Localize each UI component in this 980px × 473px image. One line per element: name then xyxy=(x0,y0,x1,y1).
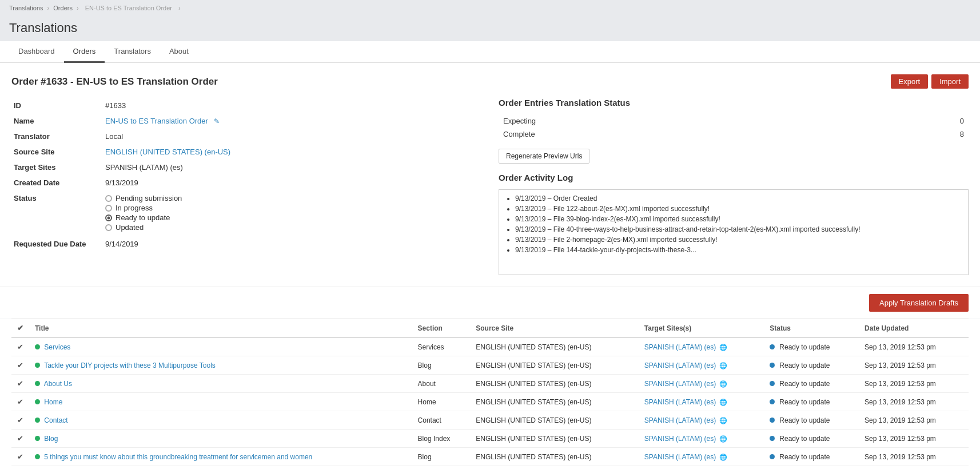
green-dot-0 xyxy=(35,344,40,349)
due-date-value: 9/14/2019 xyxy=(103,236,481,252)
target-sites-value: SPANISH (LATAM) (es) xyxy=(103,160,481,175)
col-section: Section xyxy=(412,319,471,337)
status-text-5: Ready to update xyxy=(779,435,830,443)
green-dot-4 xyxy=(35,418,40,423)
status-radio-pending[interactable] xyxy=(105,195,112,202)
activity-log-box[interactable]: 9/13/2019 – Order Created9/13/2019 – Fil… xyxy=(499,189,969,275)
row-target-1: SPANISH (LATAM) (es) 🌐 xyxy=(639,356,764,375)
right-panel: Order Entries Translation Status Expecti… xyxy=(499,98,969,275)
check-icon-1: ✔ xyxy=(17,361,23,369)
target-link-0[interactable]: SPANISH (LATAM) (es) xyxy=(644,343,716,351)
status-label-ready: Ready to update xyxy=(115,213,170,222)
header-checkbox[interactable]: ✔ xyxy=(17,324,23,332)
title-link-2[interactable]: About Us xyxy=(44,380,72,388)
complete-label: Complete xyxy=(499,128,855,141)
entries-table-section: ✔ Title Section Source Site Target Sites… xyxy=(0,319,980,473)
row-section-4: Contact xyxy=(412,411,471,430)
row-status-2: Ready to update xyxy=(764,375,859,393)
target-link-1[interactable]: SPANISH (LATAM) (es) xyxy=(644,361,716,369)
row-section-1: Blog xyxy=(412,356,471,375)
row-date-6: Sep 13, 2019 12:53 pm xyxy=(859,448,969,466)
row-target-3: SPANISH (LATAM) (es) 🌐 xyxy=(639,393,764,411)
target-link-3[interactable]: SPANISH (LATAM) (es) xyxy=(644,398,716,406)
green-dot-6 xyxy=(35,454,40,459)
blue-dot-2 xyxy=(770,381,775,386)
name-value[interactable]: EN-US to ES Translation Order xyxy=(105,117,208,125)
edit-icon[interactable]: ✎ xyxy=(214,117,220,125)
row-section-2: About xyxy=(412,375,471,393)
import-button[interactable]: Import xyxy=(931,74,969,89)
status-text-3: Ready to update xyxy=(779,398,830,406)
status-label-in-progress: In progress xyxy=(115,204,153,212)
row-date-0: Sep 13, 2019 12:53 pm xyxy=(859,337,969,356)
row-source-0: ENGLISH (UNITED STATES) (en-US) xyxy=(470,337,639,356)
globe-icon-0: 🌐 xyxy=(719,344,727,351)
tab-orders[interactable]: Orders xyxy=(64,41,105,63)
activity-log-entry: 9/13/2019 – Order Created xyxy=(515,194,961,202)
expecting-label: Expecting xyxy=(499,114,855,128)
export-button[interactable]: Export xyxy=(891,74,929,89)
green-dot-2 xyxy=(35,381,40,386)
status-text-6: Ready to update xyxy=(779,453,830,461)
apply-translation-drafts-button[interactable]: Apply Translation Drafts xyxy=(869,294,969,312)
row-status-0: Ready to update xyxy=(764,337,859,356)
activity-log-entry: 9/13/2019 – File 2-homepage-2(es-MX).xml… xyxy=(515,236,961,244)
tab-translators[interactable]: Translators xyxy=(105,41,160,63)
status-radio-updated[interactable] xyxy=(105,224,112,231)
blue-dot-3 xyxy=(770,399,775,404)
id-value: #1633 xyxy=(103,98,481,113)
row-section-5: Blog Index xyxy=(412,430,471,448)
row-section-6: Blog xyxy=(412,448,471,466)
tab-about[interactable]: About xyxy=(160,41,198,63)
row-source-4: ENGLISH (UNITED STATES) (en-US) xyxy=(470,411,639,430)
order-header: Order #1633 - EN-US to ES Translation Or… xyxy=(11,74,969,89)
tab-dashboard[interactable]: Dashboard xyxy=(9,41,64,63)
globe-icon-4: 🌐 xyxy=(719,417,727,424)
title-link-1[interactable]: Tackle your DIY projects with these 3 Mu… xyxy=(44,361,216,369)
target-link-4[interactable]: SPANISH (LATAM) (es) xyxy=(644,416,716,424)
regenerate-preview-btn[interactable]: Regenerate Preview Urls xyxy=(499,149,589,164)
col-status: Status xyxy=(764,319,859,337)
row-target-0: SPANISH (LATAM) (es) 🌐 xyxy=(639,337,764,356)
globe-icon-5: 🌐 xyxy=(719,435,727,442)
green-dot-3 xyxy=(35,399,40,404)
breadcrumb-orders[interactable]: Orders xyxy=(53,5,73,11)
target-link-5[interactable]: SPANISH (LATAM) (es) xyxy=(644,435,716,443)
source-site-value[interactable]: ENGLISH (UNITED STATES) (en-US) xyxy=(105,148,230,156)
order-actions: Export Import xyxy=(891,74,969,89)
target-link-2[interactable]: SPANISH (LATAM) (es) xyxy=(644,380,716,388)
row-check-3: ✔ xyxy=(11,393,29,411)
title-link-3[interactable]: Home xyxy=(44,398,62,406)
translator-value: Local xyxy=(103,129,481,144)
breadcrumb-current: EN-US to ES Translation Order xyxy=(85,5,172,11)
check-icon-0: ✔ xyxy=(17,343,23,351)
activity-log-entry: 9/13/2019 – File 39-blog-index-2(es-MX).… xyxy=(515,215,961,223)
row-status-6: Ready to update xyxy=(764,448,859,466)
breadcrumb: Translations › Orders › EN-US to ES Tran… xyxy=(0,0,980,16)
title-link-6[interactable]: 5 things you must know about this ground… xyxy=(44,453,312,461)
row-section-0: Services xyxy=(412,337,471,356)
row-status-3: Ready to update xyxy=(764,393,859,411)
expecting-value: 0 xyxy=(855,114,969,128)
title-link-5[interactable]: Blog xyxy=(44,435,58,443)
breadcrumb-translations[interactable]: Translations xyxy=(9,5,43,11)
status-radio-in-progress[interactable] xyxy=(105,205,112,212)
col-check: ✔ xyxy=(11,319,29,337)
title-link-0[interactable]: Services xyxy=(44,343,70,351)
row-target-6: SPANISH (LATAM) (es) 🌐 xyxy=(639,448,764,466)
id-label: ID xyxy=(11,98,103,113)
status-label-updated: Updated xyxy=(115,223,144,232)
table-row: ✔ Home Home ENGLISH (UNITED STATES) (en-… xyxy=(11,393,969,411)
row-section-3: Home xyxy=(412,393,471,411)
row-title-4: Contact xyxy=(29,411,412,430)
status-radio-ready[interactable] xyxy=(105,214,112,221)
breadcrumb-sep3: › xyxy=(178,5,181,11)
target-link-6[interactable]: SPANISH (LATAM) (es) xyxy=(644,453,716,461)
row-target-2: SPANISH (LATAM) (es) 🌐 xyxy=(639,375,764,393)
title-link-4[interactable]: Contact xyxy=(44,416,67,424)
row-date-5: Sep 13, 2019 12:53 pm xyxy=(859,430,969,448)
blue-dot-0 xyxy=(770,344,775,349)
created-date-value: 9/13/2019 xyxy=(103,175,481,190)
table-row: ✔ About Us About ENGLISH (UNITED STATES)… xyxy=(11,375,969,393)
green-dot-1 xyxy=(35,363,40,368)
